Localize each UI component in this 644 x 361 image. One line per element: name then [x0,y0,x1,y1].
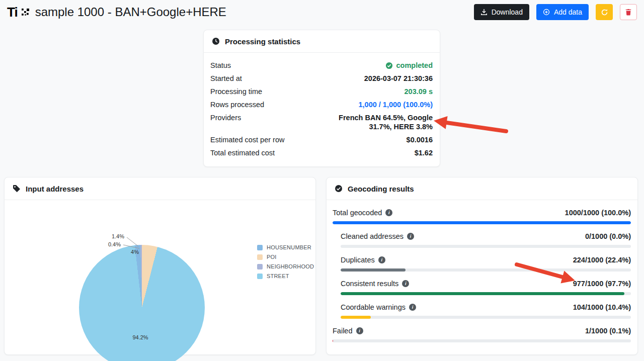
metric-duplicates: Duplicates i 224/1000 (22.4%) [341,255,631,272]
legend-item-poi[interactable]: POI [257,254,314,260]
pie-chart-area: 1.4% 0.4% 4% 94.2% HOUSENUMBER POI NEIGH… [5,200,315,355]
stat-row-cost-per-row: Estimated cost per row $0.0016 [210,133,433,146]
pie-label-poi: 4% [128,249,141,255]
input-addresses-title: Input addresses [26,185,84,193]
delete-button[interactable] [620,4,637,20]
app-logo: Ti [7,5,18,20]
arrow-to-providers [434,116,506,131]
matrix-icon [22,9,29,16]
info-icon[interactable]: i [409,304,416,311]
tag-icon [13,185,21,193]
processing-statistics-title: Processing statistics [225,37,300,46]
pie-legend: HOUSENUMBER POI NEIGHBORHOOD STREET [257,244,314,283]
info-icon[interactable]: i [407,233,414,240]
metric-consistent-results: Consistent results i 977/1000 (97.7%) [341,279,631,295]
pie-label-housenumber: 1.4% [104,233,124,239]
pie-label-neighborhood: 0.4% [101,241,121,247]
add-data-label: Add data [554,8,582,16]
progress-fill [341,316,371,319]
progress-track [333,339,631,342]
stat-row-providers: Providers French BAN 64.5%, Google 31.7%… [210,111,433,133]
title-wrap: Ti sample 1000 - BAN+Google+HERE [7,5,226,20]
info-icon[interactable]: i [378,256,385,263]
download-icon [480,9,488,16]
geocoding-results-header: Geocoding results [327,177,637,200]
download-label: Download [492,8,523,16]
info-icon[interactable]: i [356,327,363,334]
input-addresses-card: Input addresses 1.4% 0.4% 4% 94.2% HOUSE… [4,177,316,355]
stat-row-started-at: Started at 2026-03-07 21:30:36 [210,72,433,85]
info-icon[interactable]: i [402,280,409,287]
add-data-button[interactable]: Add data [536,4,589,20]
metric-cleaned-addresses: Cleaned addresses i 0/1000 (0.0%) [341,232,631,248]
stats-body: Status completed Started at 2026-03-07 2… [204,53,440,164]
progress-track [341,292,631,295]
page-title: sample 1000 - BAN+Google+HERE [35,5,226,19]
clock-icon [212,37,220,45]
add-data-icon [543,9,550,16]
check-circle-dark-icon [335,185,343,193]
stat-row-status: Status completed [210,59,433,72]
legend-swatch-street [257,274,263,279]
refresh-button[interactable] [596,4,613,20]
metric-total-geocoded: Total geocoded i 1000/1000 (100.0%) [333,208,631,224]
progress-fill [333,221,631,224]
stat-row-total-cost: Total estimated cost $1.62 [210,146,433,159]
processing-statistics-header: Processing statistics [204,30,440,53]
legend-swatch-housenumber [257,245,263,250]
legend-item-street[interactable]: STREET [257,273,314,279]
legend-item-housenumber[interactable]: HOUSENUMBER [257,244,314,250]
legend-swatch-poi [257,254,263,260]
geo-body: Total geocoded i 1000/1000 (100.0%) Clea… [327,200,637,342]
progress-track [333,221,631,224]
pie-label-street: 94.2% [127,334,153,340]
geocoding-results-title: Geocoding results [348,185,414,193]
progress-fill [333,339,333,342]
trash-icon [625,9,632,16]
legend-item-neighborhood[interactable]: NEIGHBORHOOD [257,263,314,269]
progress-fill [341,268,406,272]
stat-row-processing-time: Processing time 203.09 s [210,85,433,98]
progress-fill [341,292,624,295]
topbar: Ti sample 1000 - BAN+Google+HERE Downloa… [0,0,644,24]
info-icon[interactable]: i [385,209,392,216]
metric-failed: Failed i 1/1000 (0.1%) [333,326,631,342]
pie-chart [79,245,205,361]
progress-track [341,268,631,272]
header-actions: Download Add data [474,4,637,20]
progress-track [341,316,631,319]
metric-coordable-warnings: Coordable warnings i 104/1000 (10.4%) [341,303,631,319]
check-circle-icon [385,62,393,69]
input-addresses-header: Input addresses [5,177,315,200]
processing-statistics-card: Processing statistics Status completed S… [203,30,440,167]
geocoding-results-card: Geocoding results Total geocoded i 1000/… [326,177,638,355]
refresh-icon [601,9,608,16]
progress-track [341,245,631,248]
stat-row-rows-processed: Rows processed 1,000 / 1,000 (100.0%) [210,98,433,111]
download-button[interactable]: Download [474,4,529,20]
legend-swatch-neighborhood [257,264,263,269]
status-badge: completed [385,61,433,70]
